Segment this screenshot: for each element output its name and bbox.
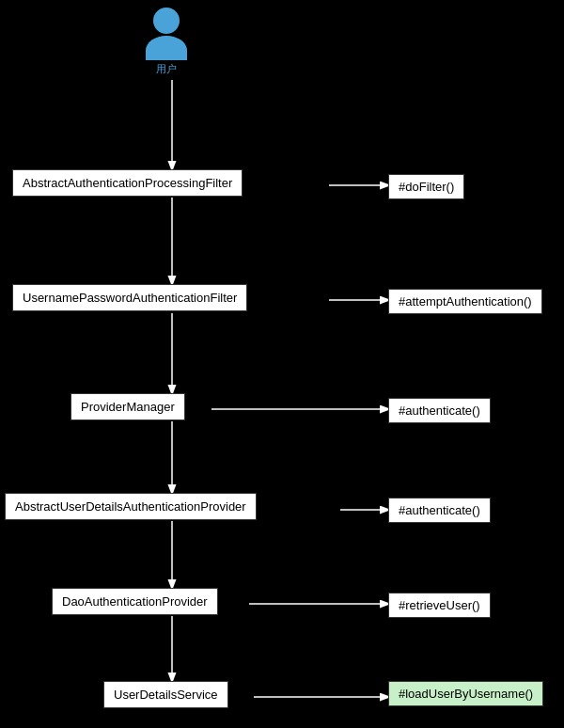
box-node3: ProviderManager <box>70 393 185 420</box>
method-node6: #loadUserByUsername() <box>388 681 543 706</box>
method-node2: #attemptAuthentication() <box>388 289 542 314</box>
diagram-container: 用户 AbstractAuthenticationProcessingFilte… <box>0 0 564 728</box>
box-node1: AbstractAuthenticationProcessingFilter <box>12 169 243 197</box>
method-node4: #authenticate() <box>388 498 491 523</box>
box-node5: DaoAuthenticationProvider <box>52 588 218 615</box>
user-head <box>153 8 180 34</box>
user-icon: 用户 <box>146 8 187 76</box>
box-node4: AbstractUserDetailsAuthenticationProvide… <box>5 493 257 520</box>
arrows-svg <box>0 0 564 728</box>
box-node2: UsernamePasswordAuthenticationFilter <box>12 284 247 311</box>
user-body <box>146 36 187 60</box>
box-node6: UserDetailsService <box>103 681 228 708</box>
method-node5: #retrieveUser() <box>388 593 491 618</box>
method-node3: #authenticate() <box>388 398 491 423</box>
method-node1: #doFilter() <box>388 174 464 199</box>
user-label: 用户 <box>156 62 178 76</box>
